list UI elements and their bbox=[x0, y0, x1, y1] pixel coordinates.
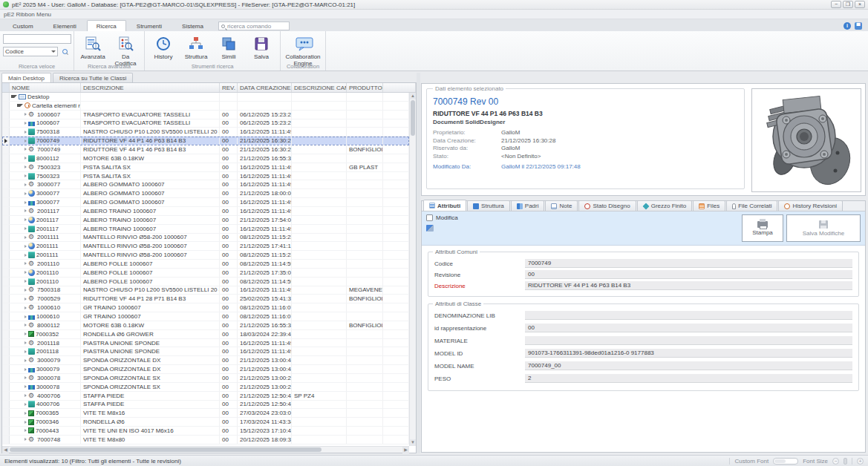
expand-icon[interactable] bbox=[25, 315, 27, 318]
font-size-decrease-button[interactable]: − bbox=[832, 458, 839, 465]
table-row[interactable]: 2001117ALBERO TRAINO 10006070016/12/2025… bbox=[2, 225, 409, 234]
expand-icon[interactable] bbox=[25, 113, 27, 116]
explorer-tab-main-desktop[interactable]: Main Desktop bbox=[1, 73, 51, 82]
collapse-icon[interactable] bbox=[11, 95, 17, 98]
scroll-left-icon[interactable]: ◀ bbox=[2, 447, 9, 453]
table-row[interactable]: 4000706STAFFA PIEDE0021/12/2025 12:50:43… bbox=[2, 392, 409, 401]
expand-icon[interactable] bbox=[25, 368, 27, 371]
table-row[interactable]: 7000748VITE TE M8x800020/12/2025 18:09:3… bbox=[2, 436, 409, 444]
ribbon-button-history[interactable]: History bbox=[148, 33, 179, 62]
expand-icon[interactable] bbox=[25, 429, 27, 432]
table-row[interactable]: 2001117ALBERO TRAINO 10006070016/12/2025… bbox=[2, 207, 409, 216]
expand-icon[interactable] bbox=[25, 236, 27, 239]
ribbon-button-da-codifica[interactable]: Da Codifica bbox=[110, 33, 141, 62]
expand-icon[interactable] bbox=[25, 341, 27, 344]
table-row[interactable]: 7000365VITE TE M8x160027/03/2024 23:03:0… bbox=[2, 409, 409, 418]
zoom-increase-button[interactable]: + bbox=[857, 458, 864, 465]
table-row[interactable]: 1000610GR TRAINO 10006070008/12/2025 11:… bbox=[2, 312, 409, 321]
table-row[interactable]: 3000079SPONDA ORIZZONTALE DX0021/12/2025… bbox=[2, 365, 409, 374]
tab-padri[interactable]: Padri bbox=[511, 200, 545, 211]
collapse-icon[interactable] bbox=[17, 104, 23, 107]
expand-icon[interactable] bbox=[25, 394, 27, 397]
table-row[interactable]: 3000077ALBERO GOMMATO 10006070016/12/202… bbox=[2, 180, 409, 189]
table-row[interactable]: 2001110ALBERO FOLLE 10006070008/12/2025 … bbox=[2, 260, 409, 269]
column-header-produttore[interactable]: PRODUTTORE bbox=[347, 83, 383, 92]
table-header[interactable]: NOMEDESCRIZIONEREV.DATA CREAZIONEDESCRIZ… bbox=[2, 83, 416, 93]
expand-icon[interactable] bbox=[25, 350, 27, 353]
search-field-combo[interactable]: Codice bbox=[3, 47, 58, 56]
column-header-rev-[interactable]: REV. bbox=[220, 83, 238, 92]
scroll-thumb[interactable] bbox=[411, 100, 415, 136]
expand-icon[interactable] bbox=[25, 254, 27, 257]
table-row[interactable]: 1000607TRASPORTO EVACUATORE TASSELLI0006… bbox=[2, 119, 409, 128]
table-row[interactable]: 7000749RIDUTTORE VF 44 P1 46 P63 B14 B30… bbox=[2, 145, 409, 154]
tab-history-revisioni[interactable]: History Revisioni bbox=[778, 200, 843, 211]
tab-note[interactable]: Note bbox=[545, 200, 578, 211]
expand-icon[interactable] bbox=[25, 183, 27, 186]
table-row[interactable]: 2001110ALBERO FOLLE 10006070008/12/2025 … bbox=[2, 278, 409, 286]
attribute-value-field[interactable]: 7000749 bbox=[525, 259, 852, 268]
expand-icon[interactable] bbox=[25, 298, 27, 301]
expand-icon[interactable] bbox=[25, 376, 27, 379]
update-icon[interactable] bbox=[426, 225, 434, 232]
expand-icon[interactable] bbox=[25, 332, 27, 335]
column-header-data-creazione[interactable]: DATA CREAZIONE bbox=[238, 83, 292, 92]
expand-icon[interactable] bbox=[25, 218, 27, 221]
expand-icon[interactable] bbox=[25, 280, 27, 283]
quick-search-button[interactable] bbox=[59, 47, 71, 56]
tree-node[interactable]: Desktop bbox=[2, 93, 409, 102]
expand-icon[interactable] bbox=[25, 359, 27, 362]
table-row[interactable]: 7000443VITE TE UNI EN ISO 4017 M6x160015… bbox=[2, 427, 409, 436]
table-row[interactable]: 8000112MOTORE 63B 0.18KW0021/12/2025 16:… bbox=[2, 154, 409, 163]
expand-icon[interactable] bbox=[25, 122, 27, 125]
table-row[interactable]: 2001111MANTELLO RINVIO Ø58-200 100060700… bbox=[2, 251, 409, 260]
tab-struttura[interactable]: Struttura bbox=[467, 200, 510, 211]
horizontal-scrollbar[interactable]: ◀ ▶ bbox=[2, 446, 409, 453]
custom-font-toggle[interactable] bbox=[773, 458, 798, 465]
table-row[interactable]: 3000077ALBERO GOMMATO 10006070016/12/202… bbox=[2, 198, 409, 207]
salva-modifiche-button[interactable]: Salva Modifiche bbox=[786, 214, 861, 242]
expand-icon[interactable] bbox=[25, 157, 27, 160]
expand-icon[interactable] bbox=[25, 140, 27, 142]
table-row[interactable]: 3000078SPONDA ORIZZONTALE SX0021/12/2025… bbox=[2, 383, 409, 392]
tab-elementi[interactable]: Elementi bbox=[44, 20, 86, 31]
scroll-down-icon[interactable]: ▼ bbox=[410, 439, 416, 446]
expand-icon[interactable] bbox=[25, 403, 27, 406]
column-header-descrizione[interactable]: DESCRIZIONE bbox=[81, 83, 220, 92]
table-row[interactable]: 3000079SPONDA ORIZZONTALE DX0021/12/2025… bbox=[2, 356, 409, 365]
scroll-right-icon[interactable]: ▶ bbox=[402, 447, 409, 453]
tab-attributi[interactable]: Attributi bbox=[423, 200, 466, 211]
tab-files[interactable]: Files bbox=[693, 200, 725, 211]
expand-icon[interactable] bbox=[25, 165, 27, 168]
restore-button[interactable]: ❐ bbox=[843, 1, 853, 8]
ribbon-toggle-icon[interactable]: ▀ bbox=[855, 22, 862, 30]
table-row[interactable]: 7000529RIDUTTORE VF 44 P1 28 P71 B14 B30… bbox=[2, 295, 409, 303]
tab-custom[interactable]: Custom bbox=[3, 20, 43, 31]
info-icon[interactable]: i bbox=[843, 22, 851, 30]
table-row[interactable]: 7000749RIDUTTORE VF 44 P1 46 P63 B14 B30… bbox=[2, 137, 409, 145]
table-row[interactable]: 2001118PIASTRA UNIONE SPONDE0016/12/2025… bbox=[2, 347, 409, 356]
table-row[interactable]: 1000610GR TRAINO 10006070008/12/2025 11:… bbox=[2, 303, 409, 312]
table-row[interactable]: 2001111MANTELLO RINVIO Ø58-200 100060700… bbox=[2, 234, 409, 243]
expand-icon[interactable] bbox=[25, 245, 27, 248]
expand-icon[interactable] bbox=[25, 174, 27, 177]
expand-icon[interactable] bbox=[25, 421, 27, 424]
stampa-button[interactable]: Stampa bbox=[742, 214, 783, 242]
close-button[interactable]: × bbox=[855, 1, 865, 8]
ribbon-button-struttura[interactable]: Struttura bbox=[180, 33, 212, 62]
attribute-value-field[interactable]: RIDUTTORE VF 44 P1 46 P63 B14 B3 bbox=[525, 281, 852, 290]
expand-icon[interactable] bbox=[25, 131, 27, 134]
tab-strumenti[interactable]: Strumenti bbox=[127, 20, 172, 31]
command-search-input[interactable]: ricerca comando bbox=[218, 22, 290, 30]
tab-sistema[interactable]: Sistema bbox=[172, 20, 213, 31]
table-row[interactable]: 8000112MOTORE 63B 0.18KW0021/12/2025 16:… bbox=[2, 321, 409, 330]
expand-icon[interactable] bbox=[25, 262, 27, 265]
table-row[interactable]: 7000346RONDELLA Ø60017/03/2024 11:43:34 bbox=[2, 418, 409, 427]
expand-icon[interactable] bbox=[25, 412, 27, 415]
table-row[interactable]: 1000607TRASPORTO EVACUATORE TASSELLI0006… bbox=[2, 111, 409, 119]
column-header-descrizione-cam[interactable]: DESCRIZIONE CAM bbox=[292, 83, 347, 92]
font-size-slider[interactable] bbox=[843, 458, 847, 465]
table-row[interactable]: 2001110ALBERO FOLLE 10006070021/12/2025 … bbox=[2, 269, 409, 278]
expand-icon[interactable] bbox=[25, 148, 27, 151]
ribbon-button-simili[interactable]: Simili bbox=[213, 33, 244, 62]
